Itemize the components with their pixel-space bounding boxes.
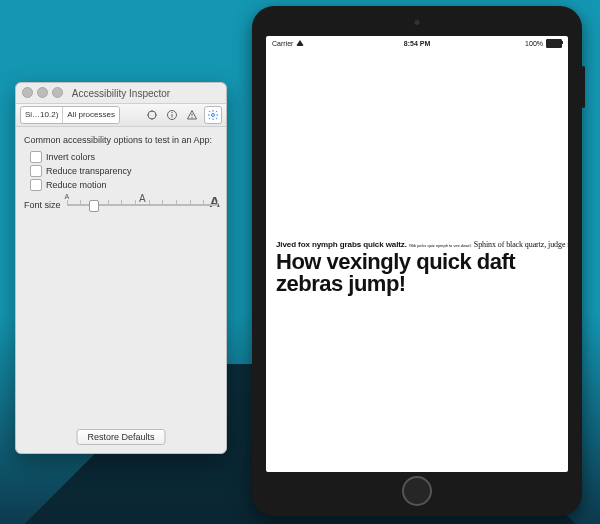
ipad-camera-icon <box>415 20 420 25</box>
option-invert-colors[interactable]: Invert colors <box>30 151 218 163</box>
target-selector[interactable]: Si…10.2) All processes <box>20 106 120 124</box>
home-button[interactable] <box>402 476 432 506</box>
checkbox[interactable] <box>30 151 42 163</box>
sample-1c: Sphinx of black quartz, judge my vow. <box>474 240 568 249</box>
checkbox[interactable] <box>30 179 42 191</box>
option-reduce-motion[interactable]: Reduce motion <box>30 179 218 191</box>
inspector-body: Common accessibility options to test in … <box>16 127 226 221</box>
restore-defaults-button[interactable]: Restore Defaults <box>76 429 165 445</box>
inspection-pointer-icon[interactable] <box>144 107 160 123</box>
option-reduce-transparency[interactable]: Reduce transparency <box>30 165 218 177</box>
clock-label: 8:54 PM <box>369 40 466 47</box>
carrier-label: Carrier <box>272 40 293 47</box>
wifi-icon <box>296 40 304 46</box>
svg-point-10 <box>212 114 215 117</box>
ipad-side-button <box>582 66 585 108</box>
target-process[interactable]: All processes <box>63 107 119 123</box>
restore-defaults: Restore Defaults <box>76 429 165 445</box>
svg-point-0 <box>148 111 156 119</box>
status-bar: Carrier 8:54 PM 100% <box>266 36 568 50</box>
battery-icon <box>546 39 562 48</box>
svg-point-7 <box>172 112 173 113</box>
typography-sample-line-2: How vexingly quick daft zebras jump! <box>276 251 558 295</box>
typography-sample-line-1: Jived fox nymph grabs quick waltz. Glib … <box>276 240 558 249</box>
checkbox[interactable] <box>30 165 42 177</box>
option-label: Reduce transparency <box>46 166 132 176</box>
audit-icon[interactable] <box>184 107 200 123</box>
target-device[interactable]: Si…10.2) <box>21 107 63 123</box>
svg-point-9 <box>192 117 193 118</box>
section-label: Common accessibility options to test in … <box>24 135 218 145</box>
app-content: Jived fox nymph grabs quick waltz. Glib … <box>266 50 568 295</box>
slider-min-a-icon: A <box>65 193 70 200</box>
settings-icon[interactable] <box>204 106 222 124</box>
ipad-device: Carrier 8:54 PM 100% Jived fox nymph gra… <box>252 6 582 516</box>
font-size-row: Font size A A A <box>24 197 218 213</box>
sample-1b: Glib jocks quiz nymph to vex dwarf. <box>409 243 472 248</box>
sample-1a: Jived fox nymph grabs quick waltz. <box>276 240 407 249</box>
info-icon[interactable] <box>164 107 180 123</box>
close-icon[interactable] <box>22 87 33 98</box>
window-title: Accessibility Inspector <box>72 88 170 99</box>
titlebar[interactable]: Accessibility Inspector <box>16 83 226 104</box>
minimize-icon[interactable] <box>37 87 48 98</box>
ipad-screen: Carrier 8:54 PM 100% Jived fox nymph gra… <box>266 36 568 472</box>
accessibility-inspector-window: Accessibility Inspector Si…10.2) All pro… <box>15 82 227 454</box>
toolbar: Si…10.2) All processes <box>16 104 226 127</box>
option-label: Invert colors <box>46 152 95 162</box>
option-label: Reduce motion <box>46 180 107 190</box>
slider-knob[interactable] <box>89 200 99 212</box>
window-traffic-lights[interactable] <box>22 87 63 98</box>
font-size-slider[interactable]: A A A <box>67 197 218 213</box>
zoom-icon[interactable] <box>52 87 63 98</box>
font-size-label: Font size <box>24 200 61 210</box>
battery-label: 100% <box>525 40 543 47</box>
